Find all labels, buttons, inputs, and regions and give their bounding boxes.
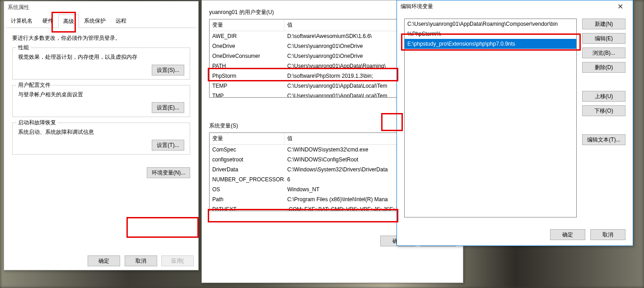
sysprops-title: 系统属性 xyxy=(4,1,198,13)
movedown-button[interactable]: 下移(O) xyxy=(582,105,625,116)
new-button[interactable]: 新建(N) xyxy=(582,19,625,29)
var-name: DriverData xyxy=(210,165,285,174)
perf-desc: 视觉效果，处理器计划，内存使用，以及虚拟内存 xyxy=(18,53,184,61)
sysprops-apply-button: 应用( xyxy=(161,255,194,266)
close-icon[interactable]: ✕ xyxy=(611,2,629,11)
moveup-button[interactable]: 上移(U) xyxy=(582,91,625,102)
var-name: PATHEXT xyxy=(210,205,285,211)
var-name: TMP xyxy=(210,92,285,98)
var-name: OS xyxy=(210,185,285,194)
env-variables-button[interactable]: 环境变量(N)... xyxy=(147,167,190,178)
tab-hardware[interactable]: 硬件 xyxy=(37,14,58,28)
edit-text-button[interactable]: 编辑文本(T)... xyxy=(582,134,625,145)
perf-settings-button[interactable]: 设置(S)... xyxy=(152,65,184,76)
editpath-title: 编辑环境变量 xyxy=(401,3,433,10)
browse-button[interactable]: 浏览(B)... xyxy=(582,47,625,58)
var-name: AWE_DIR xyxy=(210,32,285,40)
startup-settings-button[interactable]: 设置(T)... xyxy=(152,140,184,151)
profile-group: 用户配置文件 与登录帐户相关的桌面设置 设置(E)... xyxy=(12,85,190,117)
sysprops-tabs: 计算机名 硬件 高级 系统保护 远程 xyxy=(6,14,196,28)
var-name: PATH xyxy=(210,62,285,70)
edit-env-var-dialog: 编辑环境变量 ✕ C:\Users\yuanrong01\AppData\Roa… xyxy=(397,0,633,246)
var-name: OneDrive xyxy=(210,42,285,50)
tab-computer-name[interactable]: 计算机名 xyxy=(6,14,37,28)
startup-group: 启动和故障恢复 系统启动、系统故障和调试信息 设置(T)... xyxy=(12,123,190,155)
system-properties-dialog: 系统属性 计算机名 硬件 高级 系统保护 远程 要进行大多数更改，你必须作为管理… xyxy=(4,1,199,270)
profile-title: 用户配置文件 xyxy=(16,81,52,89)
admin-note: 要进行大多数更改，你必须作为管理员登录。 xyxy=(12,34,190,42)
list-item[interactable]: %PhpStorm% xyxy=(405,29,576,39)
path-entries-listbox[interactable]: C:\Users\yuanrong01\AppData\Roaming\Comp… xyxy=(404,19,577,217)
perf-group: 性能 视觉效果，处理器计划，内存使用，以及虚拟内存 设置(S)... xyxy=(12,47,190,80)
sysprops-cancel-button[interactable]: 取消 xyxy=(125,255,157,266)
tab-remote[interactable]: 远程 xyxy=(111,14,131,28)
col-variable[interactable]: 变量 xyxy=(210,133,285,144)
col-variable[interactable]: 变量 xyxy=(210,19,285,31)
list-item[interactable]: C:\Users\yuanrong01\AppData\Roaming\Comp… xyxy=(405,19,576,29)
startup-desc: 系统启动、系统故障和调试信息 xyxy=(18,128,184,136)
profile-settings-button[interactable]: 设置(E)... xyxy=(152,102,184,113)
var-name: NUMBER_OF_PROCESSORS xyxy=(210,175,285,184)
var-name: ComSpec xyxy=(210,146,285,154)
profile-desc: 与登录帐户相关的桌面设置 xyxy=(18,91,184,99)
sysprops-ok-button[interactable]: 确定 xyxy=(88,255,120,266)
startup-title: 启动和故障恢复 xyxy=(16,119,58,127)
delete-button[interactable]: 删除(D) xyxy=(582,62,625,73)
tab-system-protection[interactable]: 系统保护 xyxy=(79,14,111,28)
var-name: PhpStorm xyxy=(210,72,285,80)
edit-button[interactable]: 编辑(E) xyxy=(582,33,625,44)
perf-title: 性能 xyxy=(16,44,31,52)
var-name: Path xyxy=(210,195,285,203)
var-name: configsetroot xyxy=(210,156,285,164)
editpath-cancel-button[interactable]: 取消 xyxy=(590,229,625,240)
list-item[interactable]: E:\phpstudy_pro\Extensions\php\php7.0.9n… xyxy=(405,39,576,49)
tab-advanced[interactable]: 高级 xyxy=(58,14,79,28)
var-name: TEMP xyxy=(210,82,285,90)
var-name: OneDriveConsumer xyxy=(210,52,285,60)
editpath-ok-button[interactable]: 确定 xyxy=(550,229,585,240)
